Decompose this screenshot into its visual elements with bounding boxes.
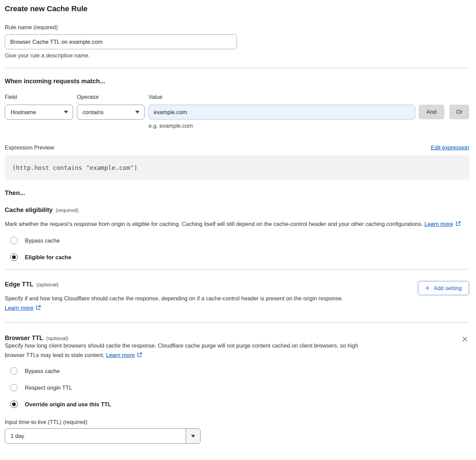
description-text: Specify if and how long Cloudflare shoul… <box>5 295 343 301</box>
divider <box>5 322 469 323</box>
external-link-icon <box>35 304 41 313</box>
rule-name-helper: Give your rule a descriptive name. <box>5 52 469 59</box>
description-text: Mark whether the request’s response from… <box>5 221 423 227</box>
cache-eligibility-description: Mark whether the request’s response from… <box>5 219 469 229</box>
add-setting-label: Add setting <box>434 285 462 291</box>
edge-ttl-description: Specify if and how long Cloudflare shoul… <box>5 294 380 313</box>
external-link-icon <box>455 220 461 229</box>
ttl-input-label: Input time-to-live (TTL) (required) <box>5 419 469 425</box>
and-button[interactable]: And <box>419 105 444 119</box>
radio-icon-checked[interactable] <box>10 401 18 408</box>
value-helper: e.g. example.com <box>149 122 415 129</box>
browser-ttl-description: Specify how long client browsers should … <box>5 341 379 360</box>
description-text: Specify how long client browsers should … <box>5 342 358 358</box>
optional-tag: (optional) <box>36 282 58 288</box>
browser-ttl-options: Bypass cache Respect origin TTL Override… <box>5 367 469 408</box>
divider <box>5 269 469 269</box>
radio-icon-checked[interactable] <box>10 253 18 261</box>
expression-preview-code: (http.host contains "example.com") <box>5 155 469 180</box>
edge-ttl-title: Edge TTL <box>5 280 33 288</box>
match-condition-row: Field Hostname Operator contains Value e… <box>5 93 469 129</box>
radio-icon[interactable] <box>10 237 18 244</box>
radio-icon[interactable] <box>10 384 18 391</box>
edit-expression-link[interactable]: Edit expression <box>431 144 469 151</box>
browser-ttl-learn-more-link[interactable]: Learn more <box>106 352 135 358</box>
edge-ttl-learn-more-link[interactable]: Learn more <box>5 305 33 311</box>
expression-preview-label: Expression Preview <box>5 144 54 151</box>
radio-label: Eligible for cache <box>25 254 71 261</box>
field-select[interactable]: Hostname <box>5 105 73 120</box>
then-heading: Then... <box>5 189 469 197</box>
page-title: Create new Cache Rule <box>5 4 469 14</box>
external-link-icon <box>137 351 142 360</box>
cache-eligibility-title: Cache eligibility <box>5 206 53 214</box>
radio-option-respect-origin-ttl[interactable]: Respect origin TTL <box>5 384 469 391</box>
radio-option-eligible-for-cache[interactable]: Eligible for cache <box>5 253 469 261</box>
cache-eligibility-options: Bypass cache Eligible for cache <box>5 237 469 261</box>
radio-label: Bypass cache <box>25 237 60 244</box>
plus-icon: + <box>425 284 430 292</box>
close-icon[interactable] <box>460 335 469 344</box>
caret-down-icon <box>191 435 195 438</box>
ttl-select-value: 1 day <box>5 429 186 443</box>
match-section-heading: When incoming requests match... <box>5 77 469 85</box>
operator-label: Operator <box>77 93 144 100</box>
operator-select[interactable]: contains <box>77 105 144 120</box>
radio-option-bypass-cache[interactable]: Bypass cache <box>5 237 469 244</box>
ttl-select[interactable]: 1 day <box>5 428 201 444</box>
operator-select-value: contains <box>83 109 103 116</box>
caret-down-icon <box>64 111 68 113</box>
rule-name-input[interactable] <box>5 34 237 49</box>
radio-icon[interactable] <box>10 367 18 375</box>
or-button[interactable]: Or <box>449 105 469 119</box>
field-select-value: Hostname <box>11 109 36 116</box>
add-setting-button[interactable]: + Add setting <box>418 281 469 295</box>
value-label: Value <box>149 93 415 100</box>
create-cache-rule-form: Create new Cache Rule Rule name (require… <box>0 0 476 449</box>
value-input[interactable] <box>149 105 415 120</box>
radio-option-bypass-cache[interactable]: Bypass cache <box>5 367 469 375</box>
divider <box>5 68 469 68</box>
field-label: Field <box>5 93 73 100</box>
radio-option-override-origin-ttl[interactable]: Override origin and use this TTL <box>5 401 469 408</box>
radio-label: Override origin and use this TTL <box>25 401 111 408</box>
ttl-select-arrow-button[interactable] <box>186 429 200 443</box>
cache-eligibility-learn-more-link[interactable]: Learn more <box>424 221 453 227</box>
required-tag: (required) <box>56 207 79 213</box>
radio-label: Bypass cache <box>25 368 60 374</box>
radio-label: Respect origin TTL <box>25 385 72 391</box>
rule-name-label: Rule name (required) <box>5 24 469 31</box>
caret-down-icon <box>135 111 139 113</box>
